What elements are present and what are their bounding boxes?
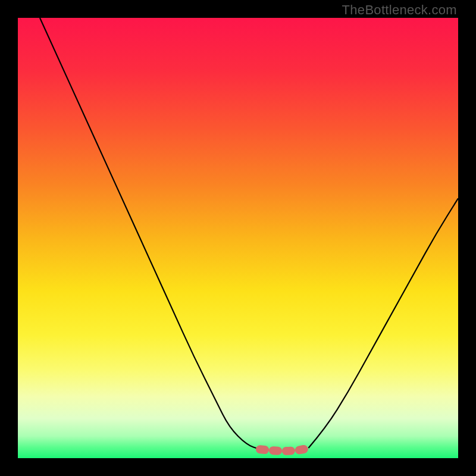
watermark-text: TheBottleneck.com	[342, 2, 457, 18]
curve-right-arm	[308, 198, 458, 448]
curve-left-arm	[40, 18, 260, 449]
curve-plateau	[260, 448, 308, 451]
chart-frame: TheBottleneck.com	[0, 0, 476, 476]
plot-area	[18, 18, 458, 458]
curve-layer	[18, 18, 458, 458]
